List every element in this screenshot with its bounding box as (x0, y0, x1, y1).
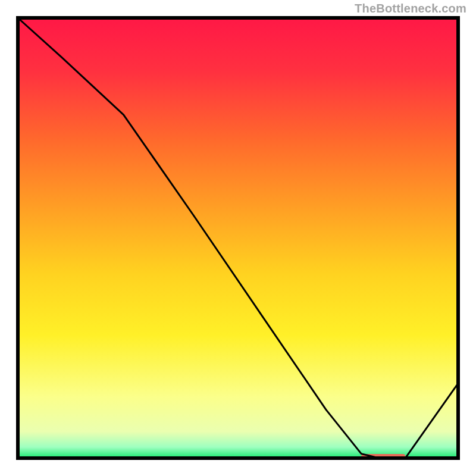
chart-container: TheBottleneck.com (0, 0, 476, 476)
bottleneck-chart (0, 0, 476, 476)
gradient-background (18, 18, 458, 458)
attribution-label: TheBottleneck.com (355, 2, 466, 15)
